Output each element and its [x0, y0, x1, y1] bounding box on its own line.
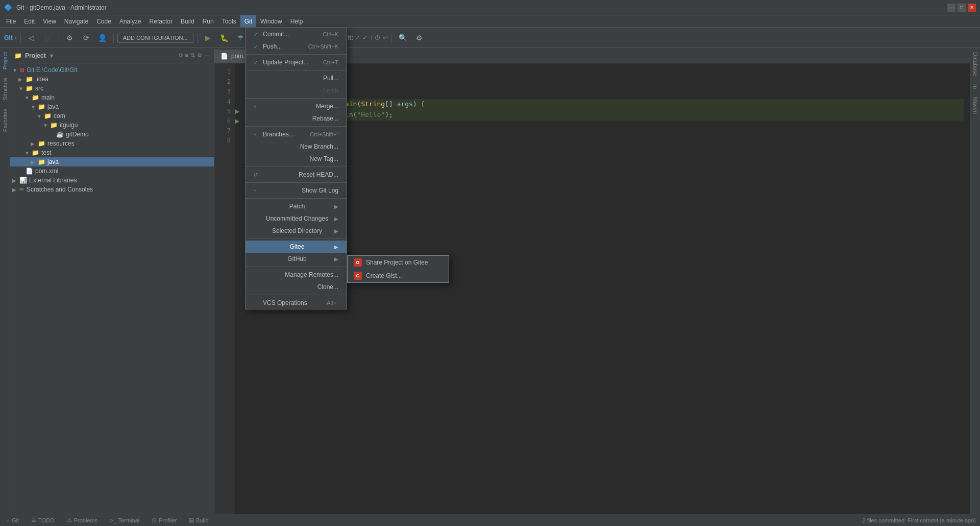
minimize-button[interactable]: — — [947, 4, 955, 12]
project-dropdown-arrow[interactable]: ▼ — [49, 53, 55, 59]
patch-label: Patch — [289, 203, 305, 210]
folder-icon-java-test: 📁 — [38, 158, 45, 165]
menu-item-new-branch[interactable]: ✓ New Branch... — [246, 140, 347, 153]
menu-file[interactable]: File — [2, 15, 20, 27]
menu-code[interactable]: Code — [92, 15, 115, 27]
expand-arrow: ▶ — [12, 187, 17, 193]
menu-item-patch[interactable]: ✓ Patch ▶ — [246, 200, 347, 212]
menu-refactor[interactable]: Refactor — [145, 15, 177, 27]
menu-tools[interactable]: Tools — [218, 15, 240, 27]
bottom-tab-todo[interactable]: ☰ TODO — [29, 517, 57, 523]
menu-git[interactable]: Git — [240, 15, 256, 27]
menu-run[interactable]: Run — [199, 15, 218, 27]
menu-item-pull[interactable]: ✓ Pull... — [246, 72, 347, 84]
right-panel-database[interactable]: Database — [970, 48, 981, 80]
menu-item-uncommitted[interactable]: ✓ Uncommitted Changes ▶ — [246, 212, 347, 225]
toolbar-account-button[interactable]: 👤 — [95, 31, 110, 45]
tree-label-pom: pom.xml — [35, 168, 58, 175]
maximize-button[interactable]: □ — [958, 4, 966, 12]
menu-item-new-tag[interactable]: ✓ New Tag... — [246, 153, 347, 165]
xml-file-icon-pom: 📄 — [26, 168, 33, 175]
submenu-item-gist[interactable]: G Create Gist... — [348, 269, 449, 282]
tree-item-java-test[interactable]: ▶ 📁 java — [10, 157, 214, 166]
menu-help[interactable]: Help — [286, 15, 307, 27]
submenu-item-share[interactable]: G Share Project on Gitee — [348, 256, 449, 269]
toolbar-back-button[interactable]: ◁ — [24, 31, 39, 45]
menu-sep-5 — [246, 166, 347, 167]
menu-item-reset[interactable]: ↺ Reset HEAD... — [246, 169, 347, 181]
code-content[interactable]: package com.itguigu; public class GitDem… — [243, 63, 970, 514]
fetch-label: Fetch — [323, 87, 338, 94]
title-bar: 🔷 Git - gitDemo.java - Administrator — □… — [0, 0, 980, 15]
toolbar-sync-button[interactable]: ⟳ — [79, 31, 93, 45]
bottom-tab-problems[interactable]: ⚠ Problems — [65, 517, 100, 523]
tree-item-idea[interactable]: ▶ 📁 .idea — [10, 75, 214, 84]
vtab-structure[interactable]: Structure — [1, 74, 10, 105]
folder-icon-java-main: 📁 — [38, 103, 45, 110]
sidebar: 📁 Project ▼ ⟳ ≡ ⇅ ⚙ — ▼ ⊞ Git E:\Code\Gi… — [10, 48, 214, 514]
menu-item-commit[interactable]: ✓ Commit... Ctrl+K — [246, 28, 347, 40]
menu-item-vcs[interactable]: ✓ VCS Operations Alt+` — [246, 297, 347, 309]
debug-button[interactable]: 🐛 — [217, 31, 232, 45]
bottom-tab-git[interactable]: ⑂ Git — [4, 517, 21, 523]
menu-item-merge[interactable]: ⑂ Merge... — [246, 100, 347, 112]
tree-item-test[interactable]: ▼ 📁 test — [10, 148, 214, 157]
tree-item-java-main[interactable]: ▼ 📁 java — [10, 102, 214, 111]
menu-item-branches[interactable]: ⑂ Branches... Ctrl+Shift+` — [246, 128, 347, 140]
bottom-tab-build[interactable]: ▤ Build — [187, 517, 210, 523]
sync-icon[interactable]: ⟳ — [179, 52, 183, 59]
settings-button-2[interactable]: ⚙ — [412, 31, 426, 45]
line-num-1: 1 — [214, 67, 231, 77]
tree-item-resources[interactable]: ▶ 📁 resources — [10, 139, 214, 148]
toolbar-fwd-button[interactable]: ▷ — [41, 31, 55, 45]
menu-sep-10 — [246, 295, 347, 295]
filter-icon[interactable]: ⇅ — [190, 52, 195, 59]
menu-view[interactable]: View — [39, 15, 60, 27]
menu-edit[interactable]: Edit — [20, 15, 39, 27]
menu-window[interactable]: Window — [256, 15, 286, 27]
tree-item-scratches[interactable]: ▶ ✏ Scratches and Consoles — [10, 185, 214, 194]
settings-icon[interactable]: ⚙ — [197, 52, 202, 59]
tree-item-itguigu[interactable]: ▼ 📁 itguigu — [10, 121, 214, 130]
menu-item-manage-remotes[interactable]: ✓ Manage Remotes... — [246, 269, 347, 281]
menu-item-show-git-log[interactable]: ⑂ Show Git Log — [246, 184, 347, 197]
menu-item-fetch[interactable]: ✓ Fetch — [246, 84, 347, 97]
minimize-panel-icon[interactable]: — — [204, 52, 210, 59]
menu-item-push[interactable]: ✓ Push... Ctrl+Shift+K — [246, 40, 347, 53]
tree-item-gitdemo[interactable]: ▶ ☕ gitDemo — [10, 130, 214, 139]
menu-analyze[interactable]: Analyze — [115, 15, 145, 27]
search-button[interactable]: 🔍 — [396, 31, 410, 45]
tree-item-main[interactable]: ▼ 📁 main — [10, 93, 214, 102]
menu-item-update[interactable]: ✓ Update Project... Ctrl+T — [246, 56, 347, 68]
bottom-tab-terminal[interactable]: >_ Terminal — [108, 517, 141, 523]
menu-item-selected-dir[interactable]: ✓ Selected Directory ▶ — [246, 225, 347, 237]
new-tag-label: New Tag... — [310, 155, 338, 162]
toolbar: Git › ◁ ▷ ⚙ ⟳ 👤 ADD CONFIGURATION... ▶ 🐛… — [0, 28, 980, 48]
run-button[interactable]: ▶ — [201, 31, 215, 45]
bottom-tab-profiler[interactable]: ◷ Profiler — [150, 517, 179, 523]
tree-item-pom[interactable]: ▶ 📄 pom.xml — [10, 166, 214, 176]
sort-icon[interactable]: ≡ — [185, 52, 188, 59]
menu-item-github[interactable]: ✓ GitHub ▶ — [246, 253, 347, 265]
close-button[interactable]: ✕ — [968, 4, 976, 12]
menu-item-rebase[interactable]: ✓ Rebase... — [246, 112, 347, 125]
create-gist-label: Create Gist... — [366, 272, 402, 279]
menu-navigate[interactable]: Navigate — [60, 15, 92, 27]
tree-label-scratches: Scratches and Consoles — [27, 186, 93, 193]
vtab-project[interactable]: Project — [1, 48, 10, 74]
tree-item-src[interactable]: ▼ 📁 src — [10, 84, 214, 93]
expand-arrow: ▼ — [37, 113, 42, 119]
tree-item-com[interactable]: ▼ 📁 com — [10, 111, 214, 121]
toolbar-settings-button[interactable]: ⚙ — [63, 31, 77, 45]
right-panel-maven[interactable]: Maven — [970, 93, 981, 118]
tree-item-git-root[interactable]: ▼ ⊞ Git E:\Code\Git\Git — [10, 65, 214, 75]
vtab-favorites[interactable]: Favorites — [1, 105, 10, 136]
right-panel-m[interactable]: m — [970, 80, 981, 93]
menu-item-clone[interactable]: ✓ Clone... — [246, 281, 347, 293]
tree-item-external-libs[interactable]: ▶ 📊 External Libraries — [10, 176, 214, 185]
menu-item-gitee[interactable]: ✓ Gitee ▶ — [246, 241, 347, 253]
title-bar-controls: — □ ✕ — [947, 4, 976, 12]
menu-sep-8 — [246, 238, 347, 239]
menu-build[interactable]: Build — [177, 15, 199, 27]
add-configuration-button[interactable]: ADD CONFIGURATION... — [117, 33, 193, 43]
